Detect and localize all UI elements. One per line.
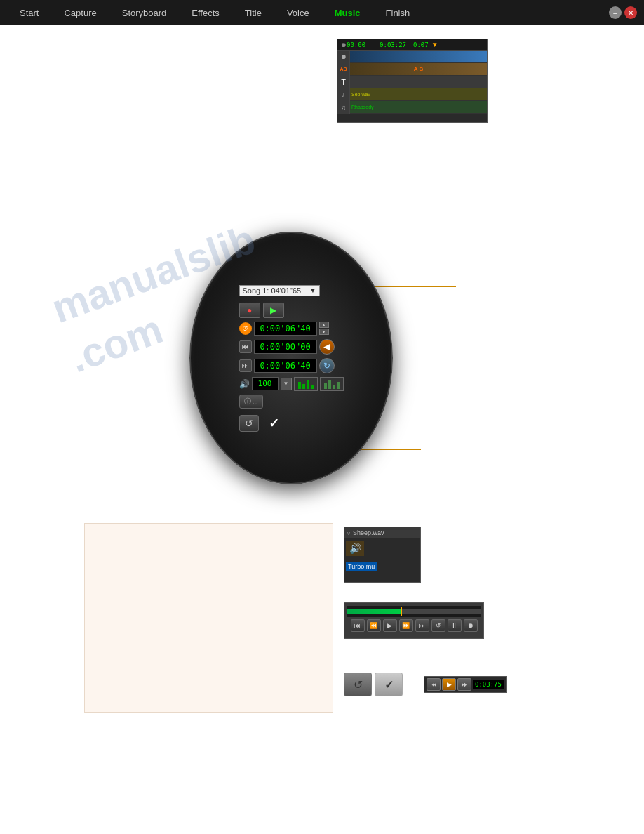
nav-title-label: Title xyxy=(245,8,262,18)
info-icon: ⓘ xyxy=(244,397,251,406)
eq-bar-2 xyxy=(302,384,305,389)
eq-bar-4 xyxy=(311,385,314,389)
sound-item2-name: Turbo mu xyxy=(346,562,377,571)
video-track-content[interactable] xyxy=(350,51,487,62)
cream-content-box xyxy=(84,523,333,713)
info-dots: ... xyxy=(253,397,258,405)
volume-display: 100 xyxy=(252,377,279,390)
nav-music-label: Music xyxy=(335,8,361,18)
sound-content: 🔊 Turbo mu xyxy=(344,538,420,576)
sound-item-2[interactable]: Turbo mu xyxy=(346,558,419,575)
skip-forward-icon: ⏭ xyxy=(239,359,252,372)
record-icon: ● xyxy=(247,305,252,315)
eq-bar-alt-4 xyxy=(337,382,340,389)
eq-bar-button-2[interactable] xyxy=(320,377,344,391)
duration-up-button[interactable]: ▲ xyxy=(319,322,329,328)
info-row: ⓘ ... xyxy=(239,395,263,409)
sidebar-item-storyboard[interactable]: Storyboard xyxy=(109,0,180,25)
ab-track-icon: AB xyxy=(337,63,350,76)
annotation-line-3 xyxy=(455,286,455,395)
clock-icon: ⏱ xyxy=(239,322,252,335)
player-bottom-controls: ↺ ✓ xyxy=(239,415,284,432)
info-button[interactable]: ⓘ ... xyxy=(239,395,263,409)
playback-skip-end-button[interactable]: ⏭ xyxy=(457,678,471,691)
loop-icon: ↻ xyxy=(323,361,330,371)
end-time-display: 0:00'06"40 xyxy=(254,359,317,373)
eq-bar-alt-3 xyxy=(333,385,335,389)
transport-pause-button[interactable]: ⏸ xyxy=(448,619,462,632)
play-button[interactable]: ▶ xyxy=(263,303,284,318)
sidebar-item-finish[interactable]: Finish xyxy=(373,0,423,25)
play-icon: ▶ xyxy=(270,305,276,315)
volume-dropdown-button[interactable]: ▼ xyxy=(281,378,292,390)
playback-play-button[interactable]: ▶ xyxy=(442,678,456,691)
eq-bar-1 xyxy=(298,382,301,389)
song-dropdown[interactable]: Song 1: 04'01"65 ▼ xyxy=(239,285,320,296)
sound-item-1[interactable]: 🔊 xyxy=(346,540,419,557)
audio-track-content[interactable]: Seb.wav xyxy=(350,88,487,100)
timeline-time-end: 0:07 xyxy=(413,41,429,48)
bottom-confirm-button[interactable]: ✓ xyxy=(375,673,403,696)
bottom-undo-button[interactable]: ↺ xyxy=(344,673,372,696)
player-confirm-button[interactable]: ✓ xyxy=(264,415,284,432)
bottom-controls-section: ↺ ✓ ⏮ ▶ ⏭ 0:03:75 xyxy=(344,673,507,696)
transport-buttons-row: ⏮ ⏪ ▶ ⏩ ⏭ ↺ ⏸ ⏺ xyxy=(344,617,483,634)
speaker-icon: 🔊 xyxy=(346,541,364,556)
sound-header-icon: v xyxy=(347,530,350,536)
set-start-icon: ◀ xyxy=(323,341,330,352)
transport-play-button[interactable]: ▶ xyxy=(383,619,397,632)
timeline-track-audio: ♪ Seb.wav xyxy=(337,88,487,101)
playback-group: ⏮ ▶ ⏭ 0:03:75 xyxy=(424,676,507,693)
close-button[interactable]: ✕ xyxy=(624,6,637,19)
nav-voice-label: Voice xyxy=(287,8,309,18)
eq-bar-button[interactable] xyxy=(294,377,318,391)
sidebar-item-voice[interactable]: Voice xyxy=(274,0,322,25)
track-marker xyxy=(401,607,402,616)
text-track-icon: T xyxy=(337,76,350,88)
sound-panel-header: v Sheep.wav xyxy=(344,527,420,538)
sidebar-item-title[interactable]: Title xyxy=(232,0,274,25)
playback-time-display: 0:03:75 xyxy=(473,680,504,689)
song-label: Song 1: 04'01"65 xyxy=(243,286,302,295)
transport-loop-button[interactable]: ↺ xyxy=(431,619,445,632)
start-time-display: 0:00'00"00 xyxy=(254,340,317,354)
audio-track-icon: ♪ xyxy=(337,88,350,101)
music-track-content[interactable]: Rhapsody xyxy=(350,101,487,113)
transport-forward-button[interactable]: ⏩ xyxy=(399,619,413,632)
transport-record-button[interactable]: ⏺ xyxy=(464,619,478,632)
sidebar-item-effects[interactable]: Effects xyxy=(179,0,232,25)
loop-button[interactable]: ↻ xyxy=(319,358,335,373)
timeline-time-mid: 0:03:27 xyxy=(380,41,406,48)
player-undo-button[interactable]: ↺ xyxy=(239,415,259,432)
playback-skip-start-button[interactable]: ⏮ xyxy=(427,678,441,691)
transport-track-display xyxy=(347,606,481,617)
music-label: Rhapsody xyxy=(350,101,487,113)
transport-skip-start-button[interactable]: ⏮ xyxy=(351,619,365,632)
ab-track-content[interactable]: A B xyxy=(350,63,487,75)
text-track-content[interactable] xyxy=(350,76,487,88)
duration-down-button[interactable]: ▼ xyxy=(319,329,329,335)
song-selector: Song 1: 04'01"65 ▼ xyxy=(239,285,320,296)
bottom-confirm-icon: ✓ xyxy=(384,678,394,691)
transport-skip-end-button[interactable]: ⏭ xyxy=(415,619,429,632)
volume-row: 🔊 100 ▼ xyxy=(239,377,344,391)
transport-rewind-button[interactable]: ⏪ xyxy=(367,619,381,632)
sidebar-item-capture[interactable]: Capture xyxy=(51,0,109,25)
nav-capture-label: Capture xyxy=(64,8,96,18)
sidebar-item-music[interactable]: Music xyxy=(322,0,373,25)
sidebar-item-start[interactable]: Start xyxy=(7,0,51,25)
end-time-row: ⏭ 0:00'06"40 ↻ xyxy=(239,358,335,373)
record-button[interactable]: ● xyxy=(239,303,260,318)
nav-storyboard-label: Storyboard xyxy=(122,8,167,18)
timeline-time-start: 00:00 xyxy=(347,41,365,48)
minimize-button[interactable]: – xyxy=(609,6,622,19)
transport-bar: ⏮ ⏪ ▶ ⏩ ⏭ ↺ ⏸ ⏺ xyxy=(344,602,484,639)
track-progress-fill xyxy=(347,609,401,614)
confirm-icon: ✓ xyxy=(269,416,279,431)
duration-spinner[interactable]: ▲ ▼ xyxy=(319,322,329,335)
timeline-panel: ⏺ 00:00 0:03:27 0:07 ▼ ⏺ AB A B T ♪ xyxy=(337,39,488,123)
nav-start-label: Start xyxy=(20,8,39,18)
skip-back-icon: ⏮ xyxy=(239,340,252,353)
nav-effects-label: Effects xyxy=(192,8,220,18)
set-start-button[interactable]: ◀ xyxy=(319,339,335,355)
